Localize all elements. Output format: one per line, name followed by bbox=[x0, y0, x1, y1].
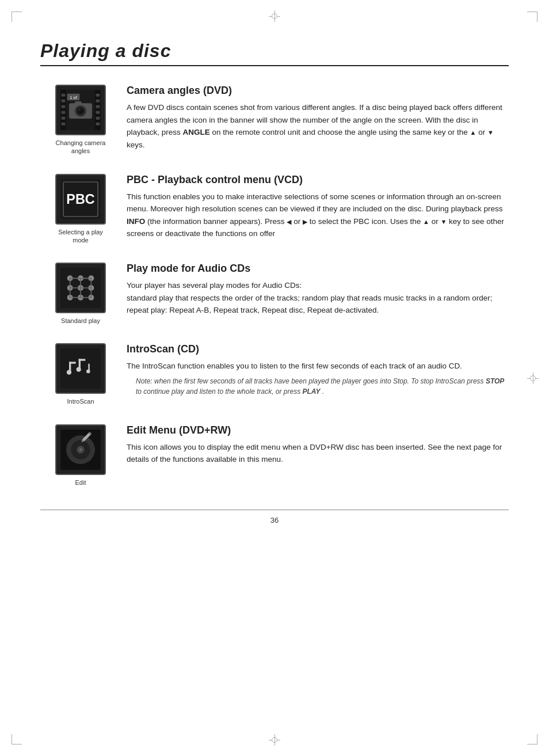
svg-rect-5 bbox=[62, 105, 66, 108]
edit-section-body: This icon allows you to display the edit… bbox=[127, 441, 509, 466]
icon-area-introscan: IntroScan bbox=[40, 343, 121, 405]
play-mode-section-body: Your player has several play modes for A… bbox=[127, 279, 509, 317]
edit-menu-icon bbox=[60, 430, 101, 470]
svg-text:1 of: 1 of bbox=[70, 95, 77, 100]
svg-point-54 bbox=[77, 367, 81, 372]
crosshair-bottom bbox=[269, 734, 280, 746]
content-camera: Camera angles (DVD) A few DVD discs cont… bbox=[121, 85, 509, 151]
svg-rect-8 bbox=[62, 123, 66, 126]
camera-icon-box: 1 of bbox=[55, 85, 106, 135]
content-pbc: PBC - Playback control menu (VCD) This f… bbox=[121, 174, 509, 240]
svg-rect-3 bbox=[62, 94, 66, 97]
svg-point-56 bbox=[86, 370, 90, 374]
svg-rect-22 bbox=[75, 101, 82, 105]
bottom-rule bbox=[40, 510, 509, 510]
section-play-mode: Standard play Play mode for Audio CDs Yo… bbox=[40, 263, 509, 325]
svg-rect-12 bbox=[96, 111, 100, 114]
svg-text:PBC: PBC bbox=[66, 192, 94, 207]
svg-point-20 bbox=[78, 108, 83, 114]
svg-rect-53 bbox=[79, 359, 86, 361]
svg-point-21 bbox=[79, 109, 81, 111]
svg-rect-13 bbox=[96, 117, 100, 120]
pbc-section-body: This function enables you to make intera… bbox=[127, 191, 509, 240]
content-edit-menu: Edit Menu (DVD+RW) This icon allows you … bbox=[121, 424, 509, 466]
icon-area-edit: Edit bbox=[40, 424, 121, 487]
corner-mark-tl bbox=[12, 12, 22, 22]
page-title: Playing a disc bbox=[40, 23, 509, 62]
play-mode-icon-box bbox=[55, 263, 106, 313]
section-camera-angles: 1 of Changing cameraangles Camera angles… bbox=[40, 85, 509, 155]
pbc-icon-label: Selecting a playmode bbox=[58, 228, 103, 245]
section-pbc: PBC Selecting a playmode PBC - Playback … bbox=[40, 174, 509, 245]
svg-rect-4 bbox=[62, 100, 66, 102]
crosshair-top bbox=[269, 10, 280, 22]
introscan-icon-label: IntroScan bbox=[67, 397, 94, 405]
corner-mark-bl bbox=[12, 734, 22, 744]
introscan-icon bbox=[60, 348, 101, 389]
standard-play-icon bbox=[60, 268, 101, 308]
section-introscan: IntroScan IntroScan (CD) The IntroScan f… bbox=[40, 343, 509, 405]
camera-section-title: Camera angles (DVD) bbox=[127, 85, 509, 97]
svg-point-51 bbox=[67, 370, 71, 375]
introscan-note: Note: when the first few seconds of all … bbox=[127, 376, 509, 397]
introscan-icon-box bbox=[55, 343, 106, 394]
svg-point-61 bbox=[79, 448, 82, 451]
edit-icon-box bbox=[55, 424, 106, 475]
content-play-mode: Play mode for Audio CDs Your player has … bbox=[121, 263, 509, 317]
corner-mark-tr bbox=[527, 12, 537, 22]
introscan-section-body: The IntroScan function enables you to li… bbox=[127, 360, 509, 373]
pbc-icon-box: PBC bbox=[55, 174, 106, 225]
edit-section-title: Edit Menu (DVD+RW) bbox=[127, 424, 509, 436]
pbc-section-title: PBC - Playback control menu (VCD) bbox=[127, 174, 509, 186]
title-rule bbox=[40, 65, 509, 66]
svg-rect-50 bbox=[69, 362, 76, 364]
introscan-section-title: IntroScan (CD) bbox=[127, 343, 509, 355]
icon-area-pbc: PBC Selecting a playmode bbox=[40, 174, 121, 245]
crosshair-right bbox=[527, 373, 539, 384]
svg-rect-14 bbox=[96, 123, 100, 126]
page: Playing a disc bbox=[0, 0, 549, 756]
pbc-icon: PBC bbox=[60, 179, 101, 219]
content-introscan: IntroScan (CD) The IntroScan function en… bbox=[121, 343, 509, 397]
svg-rect-11 bbox=[96, 105, 100, 108]
icon-area-camera: 1 of Changing cameraangles bbox=[40, 85, 121, 155]
corner-mark-br bbox=[527, 734, 537, 744]
edit-icon-label: Edit bbox=[75, 478, 86, 487]
camera-angles-icon: 1 of bbox=[60, 90, 101, 130]
camera-icon-label: Changing cameraangles bbox=[56, 139, 106, 155]
svg-rect-10 bbox=[96, 100, 100, 102]
svg-rect-7 bbox=[62, 117, 66, 120]
camera-section-body: A few DVD discs contain scenes shot from… bbox=[127, 101, 509, 151]
svg-rect-6 bbox=[62, 111, 66, 114]
section-edit-menu: Edit Edit Menu (DVD+RW) This icon allows… bbox=[40, 424, 509, 487]
play-mode-section-title: Play mode for Audio CDs bbox=[127, 263, 509, 275]
page-number: 36 bbox=[40, 516, 509, 525]
svg-rect-9 bbox=[96, 94, 100, 97]
play-mode-icon-label: Standard play bbox=[61, 317, 100, 325]
icon-area-play-mode: Standard play bbox=[40, 263, 121, 325]
